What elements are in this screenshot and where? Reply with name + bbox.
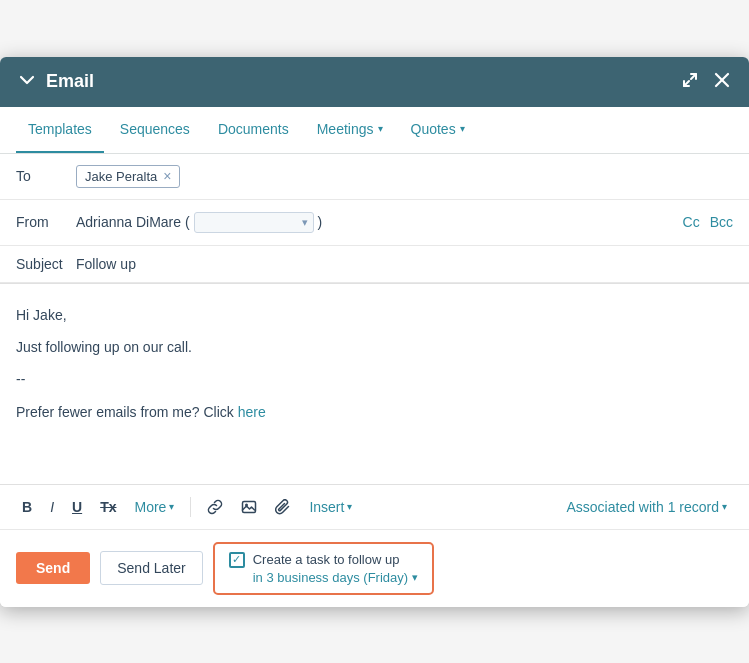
insert-chevron-icon: ▾ xyxy=(347,501,352,512)
strikethrough-button[interactable]: Tx xyxy=(94,495,122,519)
subject-value[interactable]: Follow up xyxy=(76,256,733,272)
form-area: To Jake Peralta × From Adrianna DiMare (… xyxy=(0,154,749,284)
modal-title: Email xyxy=(46,71,94,92)
bcc-button[interactable]: Bcc xyxy=(710,214,733,230)
meetings-chevron-icon: ▾ xyxy=(378,123,383,134)
task-followup-row1: ✓ Create a task to follow up xyxy=(229,552,418,568)
to-field: Jake Peralta × xyxy=(76,165,733,188)
attachment-button[interactable] xyxy=(269,495,297,519)
from-row: From Adrianna DiMare ( ) Cc Bcc xyxy=(0,200,749,246)
task-followup-date: in 3 business days (Friday) xyxy=(253,570,408,585)
email-modal: Email Templates Sequences Documen xyxy=(0,57,749,607)
nav-item-quotes[interactable]: Quotes ▾ xyxy=(399,107,477,153)
nav-bar: Templates Sequences Documents Meetings ▾… xyxy=(0,107,749,154)
task-followup-row2: in 3 business days (Friday) ▾ xyxy=(229,570,418,585)
task-checkbox-check-icon: ✓ xyxy=(232,554,241,565)
subject-label: Subject xyxy=(16,256,76,272)
recipient-name: Jake Peralta xyxy=(85,169,157,184)
bold-button[interactable]: B xyxy=(16,495,38,519)
nav-item-documents[interactable]: Documents xyxy=(206,107,301,153)
cc-button[interactable]: Cc xyxy=(683,214,700,230)
header-icons xyxy=(681,71,731,93)
recipient-tag[interactable]: Jake Peralta × xyxy=(76,165,180,188)
nav-item-meetings[interactable]: Meetings ▾ xyxy=(305,107,395,153)
from-label: From xyxy=(16,214,76,230)
modal-header-left: Email xyxy=(18,71,94,93)
more-button[interactable]: More ▾ xyxy=(128,495,180,519)
nav-item-templates[interactable]: Templates xyxy=(16,107,104,153)
from-name: Adrianna DiMare ( xyxy=(76,214,190,230)
toolbar: B I U Tx More ▾ xyxy=(0,484,749,529)
task-followup-chevron-icon[interactable]: ▾ xyxy=(412,571,418,584)
collapse-icon[interactable] xyxy=(18,71,36,93)
italic-button[interactable]: I xyxy=(44,495,60,519)
task-followup-text: Create a task to follow up xyxy=(253,552,400,567)
subject-row: Subject Follow up xyxy=(0,246,749,283)
from-select-wrapper xyxy=(194,212,314,233)
more-chevron-icon: ▾ xyxy=(169,501,174,512)
from-select[interactable] xyxy=(194,212,314,233)
to-row: To Jake Peralta × xyxy=(0,154,749,200)
send-button[interactable]: Send xyxy=(16,552,90,584)
from-field: Adrianna DiMare ( ) xyxy=(76,212,683,233)
recipient-remove-icon[interactable]: × xyxy=(163,169,171,183)
body-line3: -- xyxy=(16,368,733,390)
task-checkbox[interactable]: ✓ xyxy=(229,552,245,568)
body-link[interactable]: here xyxy=(238,404,266,420)
quotes-chevron-icon: ▾ xyxy=(460,123,465,134)
modal-header: Email xyxy=(0,57,749,107)
underline-button[interactable]: U xyxy=(66,495,88,519)
email-body[interactable]: Hi Jake, Just following up on our call. … xyxy=(0,284,749,484)
close-icon[interactable] xyxy=(713,71,731,93)
nav-item-sequences[interactable]: Sequences xyxy=(108,107,202,153)
to-label: To xyxy=(16,168,76,184)
toolbar-separator-1 xyxy=(190,497,191,517)
image-button[interactable] xyxy=(235,495,263,519)
body-line4: Prefer fewer emails from me? Click here xyxy=(16,401,733,423)
insert-button[interactable]: Insert ▾ xyxy=(303,495,358,519)
associated-chevron-icon: ▾ xyxy=(722,501,727,512)
footer: Send Send Later ✓ Create a task to follo… xyxy=(0,529,749,607)
expand-icon[interactable] xyxy=(681,71,699,93)
body-greeting: Hi Jake, xyxy=(16,304,733,326)
cc-bcc-area: Cc Bcc xyxy=(683,214,733,230)
from-suffix: ) xyxy=(318,214,323,230)
task-followup-box[interactable]: ✓ Create a task to follow up in 3 busine… xyxy=(213,542,434,595)
associated-button[interactable]: Associated with 1 record ▾ xyxy=(560,495,733,519)
send-later-button[interactable]: Send Later xyxy=(100,551,203,585)
body-line4-prefix: Prefer fewer emails from me? Click xyxy=(16,404,238,420)
body-line2: Just following up on our call. xyxy=(16,336,733,358)
link-button[interactable] xyxy=(201,495,229,519)
